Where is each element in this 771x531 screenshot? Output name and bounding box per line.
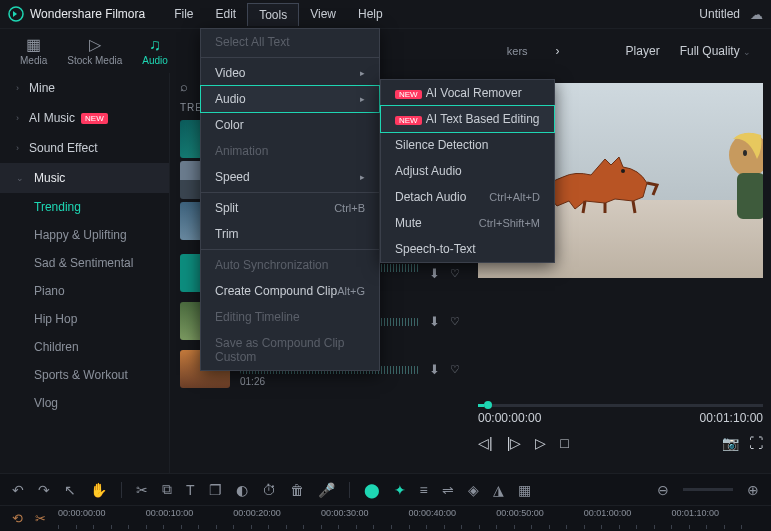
menu-tools[interactable]: Tools (247, 3, 299, 26)
subitem-sports[interactable]: Sports & Workout (0, 361, 169, 389)
menu-create-compound[interactable]: Create Compound ClipAlt+G (201, 278, 379, 304)
submenu-mute[interactable]: MuteCtrl+Shift+M (381, 210, 554, 236)
stock-media-icon: ▷ (67, 37, 122, 53)
timeline-ruler[interactable]: 00:00:00:0000:00:10:0000:00:20:0000:00:3… (58, 506, 759, 531)
effect-icon[interactable]: ◈ (468, 482, 479, 498)
color-icon[interactable]: ◐ (236, 482, 248, 498)
scene-boy (713, 129, 763, 239)
subitem-hiphop[interactable]: Hip Hop (0, 305, 169, 333)
svg-point-4 (743, 150, 747, 156)
submenu-ai-text-based-editing[interactable]: NEWAI Text Based Editing (380, 105, 555, 133)
partial-tab-kers[interactable]: kers (507, 45, 528, 57)
audio-submenu: NEWAI Vocal Remover NEWAI Text Based Edi… (380, 79, 555, 263)
cut-icon[interactable]: ✂ (136, 482, 148, 498)
quality-select[interactable]: Full Quality ⌄ (680, 44, 751, 58)
subitem-trending[interactable]: Trending (0, 193, 169, 221)
heart-icon[interactable]: ♡ (450, 363, 460, 376)
track-duration: 01:26 (240, 376, 419, 387)
timeline-lock-icon[interactable]: ⟲ (12, 511, 23, 526)
menu-animation: Animation (201, 138, 379, 164)
zoom-out-icon[interactable]: ⊖ (657, 482, 669, 498)
tab-stock-media[interactable]: ▷ Stock Media (67, 37, 122, 66)
timeline-cut-icon[interactable]: ✂ (35, 511, 46, 526)
subitem-sad[interactable]: Sad & Sentimental (0, 249, 169, 277)
menu-help[interactable]: Help (347, 3, 394, 26)
menu-view[interactable]: View (299, 3, 347, 26)
mix-icon[interactable]: ⇌ (442, 482, 454, 498)
copy-icon[interactable]: ❐ (209, 482, 222, 498)
submenu-detach-audio[interactable]: Detach AudioCtrl+Alt+D (381, 184, 554, 210)
app-name: Wondershare Filmora (30, 7, 145, 21)
sidebar-item-mine[interactable]: ›Mine (0, 73, 169, 103)
hand-icon[interactable]: ✋ (90, 482, 107, 498)
download-icon[interactable]: ⬇ (429, 266, 440, 281)
subitem-happy[interactable]: Happy & Uplifting (0, 221, 169, 249)
cloud-icon[interactable]: ☁ (750, 7, 763, 22)
zoom-slider[interactable] (683, 488, 733, 491)
crop-icon[interactable]: ⧉ (162, 481, 172, 498)
menu-speed[interactable]: Speed▸ (201, 164, 379, 190)
sparkle-icon[interactable]: ✦ (394, 482, 406, 498)
menu-color[interactable]: Color (201, 112, 379, 138)
timeline-tick: 00:00:20:00 (233, 508, 281, 518)
cursor-icon[interactable]: ↖ (64, 482, 76, 498)
menubar: File Edit Tools View Help (163, 3, 394, 26)
layers-icon[interactable]: ▦ (518, 482, 531, 498)
timeline-tick: 00:00:30:00 (321, 508, 369, 518)
speed-icon[interactable]: ⏱ (262, 482, 276, 498)
submenu-adjust-audio[interactable]: Adjust Audio (381, 158, 554, 184)
heart-icon[interactable]: ♡ (450, 315, 460, 328)
audio-icon: ♫ (142, 37, 168, 53)
menu-split[interactable]: SplitCtrl+B (201, 195, 379, 221)
subitem-children[interactable]: Children (0, 333, 169, 361)
chevron-right-icon: › (16, 113, 19, 123)
menu-file[interactable]: File (163, 3, 204, 26)
fullscreen-icon[interactable]: ⛶ (749, 435, 763, 451)
submenu-ai-vocal-remover[interactable]: NEWAI Vocal Remover (381, 80, 554, 106)
timeline-tick: 00:00:10:00 (146, 508, 194, 518)
stop-icon[interactable]: □ (560, 435, 568, 451)
camera-icon[interactable]: 📷 (722, 435, 739, 451)
sidebar-item-ai-music[interactable]: ›AI MusicNEW (0, 103, 169, 133)
text-icon[interactable]: T (186, 482, 195, 498)
marker-icon[interactable]: ◮ (493, 482, 504, 498)
app-logo (8, 6, 24, 22)
timeline-tick: 00:01:00:00 (584, 508, 632, 518)
timeline-tick: 00:01:10:00 (671, 508, 719, 518)
chevron-right-icon: ▸ (360, 68, 365, 78)
menu-editing-timeline: Editing Timeline (201, 304, 379, 330)
play-icon[interactable]: ▷ (535, 435, 546, 451)
menu-video[interactable]: Video▸ (201, 60, 379, 86)
submenu-speech-to-text[interactable]: Speech-to-Text (381, 236, 554, 262)
delete-icon[interactable]: 🗑 (290, 482, 304, 498)
undo-icon[interactable]: ↶ (12, 482, 24, 498)
tabs-more-icon[interactable]: › (556, 44, 560, 58)
sidebar-item-sound-effect[interactable]: ›Sound Effect (0, 133, 169, 163)
tab-audio[interactable]: ♫ Audio (142, 37, 168, 66)
ai-icon[interactable]: ⬤ (364, 482, 380, 498)
skip-back-icon[interactable]: ◁| (478, 435, 493, 451)
menu-edit[interactable]: Edit (205, 3, 248, 26)
redo-icon[interactable]: ↷ (38, 482, 50, 498)
timeline-tick: 00:00:40:00 (409, 508, 457, 518)
subitem-piano[interactable]: Piano (0, 277, 169, 305)
search-icon[interactable]: ⌕ (180, 79, 188, 94)
voice-icon[interactable]: 🎤 (318, 482, 335, 498)
menu-audio[interactable]: Audio▸ (200, 85, 380, 113)
media-icon: ▦ (20, 37, 47, 53)
download-icon[interactable]: ⬇ (429, 362, 440, 377)
step-back-icon[interactable]: |▷ (507, 435, 522, 451)
menu-select-all-text: Select All Text (201, 29, 379, 55)
tab-media[interactable]: ▦ Media (20, 37, 47, 66)
submenu-silence-detection[interactable]: Silence Detection (381, 132, 554, 158)
scrubber-track[interactable] (478, 404, 763, 407)
zoom-in-icon[interactable]: ⊕ (747, 482, 759, 498)
eq-icon[interactable]: ≡ (420, 482, 428, 498)
new-badge: NEW (395, 116, 422, 125)
subitem-vlog[interactable]: Vlog (0, 389, 169, 417)
sidebar-item-music[interactable]: ⌄Music (0, 163, 169, 193)
tools-menu: Select All Text Video▸ Audio▸ Color Anim… (200, 28, 380, 371)
download-icon[interactable]: ⬇ (429, 314, 440, 329)
menu-trim[interactable]: Trim (201, 221, 379, 247)
heart-icon[interactable]: ♡ (450, 267, 460, 280)
